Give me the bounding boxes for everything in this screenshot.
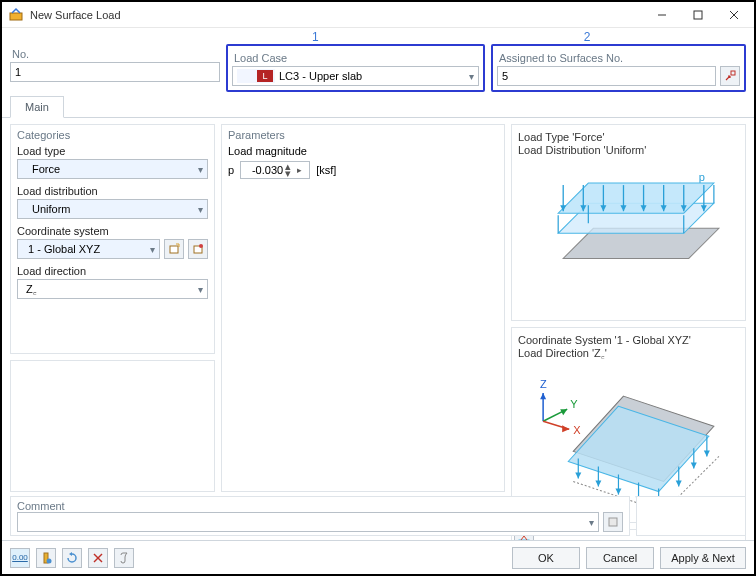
- svg-rect-6: [170, 246, 178, 253]
- load-dir-label: Load direction: [17, 265, 208, 277]
- svg-text:Y: Y: [570, 398, 578, 410]
- load-dist-label: Load distribution: [17, 185, 208, 197]
- magnitude-label: Load magnitude: [228, 145, 498, 157]
- loadcase-badge: L: [257, 70, 273, 82]
- new-coord-button[interactable]: [164, 239, 184, 259]
- svg-rect-5: [731, 71, 735, 75]
- chevron-down-icon: ▾: [198, 164, 203, 175]
- svg-text:Z: Z: [540, 378, 547, 390]
- app-icon: [8, 7, 24, 23]
- spinner-play-icon[interactable]: ▸: [295, 165, 304, 175]
- tab-strip: Main: [2, 96, 754, 118]
- loadcase-swatch: L: [237, 69, 275, 83]
- empty-panel: [10, 360, 215, 492]
- svg-marker-52: [595, 480, 601, 486]
- chevron-down-icon: ▾: [150, 244, 155, 255]
- svg-marker-33: [540, 393, 546, 399]
- p-symbol: p: [228, 164, 234, 176]
- edit-coord-button[interactable]: [188, 239, 208, 259]
- annotation-1: 1: [312, 30, 319, 44]
- svg-marker-37: [562, 425, 569, 432]
- load-type-label: Load type: [17, 145, 208, 157]
- svg-rect-62: [609, 518, 617, 526]
- svg-marker-57: [691, 462, 697, 468]
- apply-next-button[interactable]: Apply & Next: [660, 547, 746, 569]
- preview-top-panel: Load Type 'Force' Load Distribution 'Uni…: [511, 124, 746, 321]
- loadcase-select[interactable]: L LC3 - Upper slab ▾: [232, 66, 479, 86]
- tool-delete-button[interactable]: [88, 548, 108, 568]
- window-title: New Surface Load: [30, 9, 644, 21]
- loadcase-label: Load Case: [234, 52, 479, 64]
- no-label: No.: [12, 48, 220, 60]
- load-type-select[interactable]: Force▾: [17, 159, 208, 179]
- ok-button[interactable]: OK: [512, 547, 580, 569]
- cancel-button[interactable]: Cancel: [586, 547, 654, 569]
- categories-header: Categories: [17, 129, 208, 141]
- chevron-down-icon: ▾: [589, 517, 594, 528]
- tab-main[interactable]: Main: [10, 96, 64, 118]
- svg-marker-65: [69, 552, 72, 556]
- dialog-window: New Surface Load 1 2 No. Load Case L LC3…: [0, 0, 756, 576]
- assigned-group: Assigned to Surfaces No.: [491, 44, 746, 92]
- loadcase-group: Load Case L LC3 - Upper slab ▾: [226, 44, 485, 92]
- svg-marker-58: [704, 450, 710, 456]
- tool-script-button[interactable]: [114, 548, 134, 568]
- categories-panel: Categories Load type Force▾ Load distrib…: [10, 124, 215, 354]
- close-button[interactable]: [716, 3, 752, 27]
- annotation-2: 2: [584, 30, 591, 44]
- no-input[interactable]: [10, 62, 220, 82]
- tool-reset-button[interactable]: [62, 548, 82, 568]
- p-value-input[interactable]: [241, 164, 285, 176]
- preview-bottom-panel: Coordinate System '1 - Global XYZ' Load …: [511, 327, 746, 524]
- comment-select[interactable]: ▾: [17, 512, 599, 532]
- preview-line1: Load Type 'Force': [518, 131, 739, 144]
- comment-edit-button[interactable]: [603, 512, 623, 532]
- svg-marker-56: [676, 480, 682, 486]
- preview-coord-diagram: Z Y X: [518, 366, 739, 517]
- coord-label: Coordinate system: [17, 225, 208, 237]
- load-dist-select[interactable]: Uniform▾: [17, 199, 208, 219]
- tool-favorites-button[interactable]: [36, 548, 56, 568]
- dialog-body: Categories Load type Force▾ Load distrib…: [2, 118, 754, 496]
- p-unit: [ksf]: [316, 164, 336, 176]
- footer: 0.00 OK Cancel Apply & Next: [2, 540, 754, 574]
- comment-panel: Comment ▾: [10, 496, 630, 536]
- header-fields: No. Load Case L LC3 - Upper slab ▾ Assig…: [2, 44, 754, 96]
- svg-point-64: [47, 558, 52, 563]
- titlebar: New Surface Load: [2, 2, 754, 28]
- preview-line2: Load Distribution 'Uniform': [518, 144, 739, 157]
- chevron-down-icon: ▾: [198, 284, 203, 295]
- comment-row: Comment ▾: [2, 496, 754, 540]
- svg-marker-51: [575, 472, 581, 478]
- chevron-down-icon: ▾: [469, 71, 474, 82]
- pick-surfaces-button[interactable]: [720, 66, 740, 86]
- svg-rect-2: [694, 11, 702, 19]
- parameters-header: Parameters: [228, 129, 498, 141]
- preview-force-diagram: p: [518, 163, 739, 314]
- annotation-row: 1 2: [2, 28, 754, 44]
- p-value-spinner[interactable]: ▴▾ ▸: [240, 161, 310, 179]
- svg-text:X: X: [573, 424, 581, 436]
- svg-point-8: [199, 244, 203, 248]
- preview-line3: Coordinate System '1 - Global XYZ': [518, 334, 739, 347]
- assigned-label: Assigned to Surfaces No.: [499, 52, 740, 64]
- units-button[interactable]: 0.00: [10, 548, 30, 568]
- p-label: p: [699, 171, 705, 183]
- comment-header: Comment: [17, 500, 623, 512]
- svg-rect-0: [10, 13, 22, 20]
- comment-side-panel: [636, 496, 746, 536]
- loadcase-value: LC3 - Upper slab: [279, 70, 465, 82]
- svg-marker-53: [615, 488, 621, 494]
- coord-select[interactable]: 1 - Global XYZ▾: [17, 239, 160, 259]
- spinner-arrows[interactable]: ▴▾: [285, 163, 295, 177]
- minimize-button[interactable]: [644, 3, 680, 27]
- assigned-input[interactable]: [497, 66, 716, 86]
- load-dir-select[interactable]: Z꜀▾: [17, 279, 208, 299]
- parameters-panel: Parameters Load magnitude p ▴▾ ▸ [ksf]: [221, 124, 505, 492]
- maximize-button[interactable]: [680, 3, 716, 27]
- chevron-down-icon: ▾: [198, 204, 203, 215]
- preview-line4: Load Direction 'Z꜀': [518, 347, 739, 360]
